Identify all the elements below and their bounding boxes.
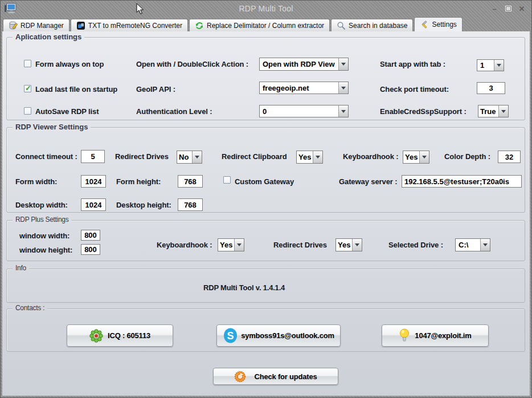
start-tab-label: Start app with tab : [380, 60, 445, 68]
plus-keyboardhook-select[interactable]: Yes [218, 238, 244, 251]
credssp-label: EnableCredSspSupport : [380, 107, 466, 116]
auth-level-label: Authentication Level : [136, 107, 212, 116]
autosave-label: AutoSave RDP list [35, 107, 99, 116]
group-title: Aplication settings [13, 33, 84, 41]
check-updates-label: Check for updates [254, 372, 317, 381]
lightbulb-icon [399, 328, 410, 343]
open-with-select[interactable]: Open with RDP View [259, 58, 349, 71]
settings-panel: Aplication settings Form always on top O… [2, 31, 530, 396]
info-group: Info RDP Multi Tool v. 1.4.1.4 [6, 269, 525, 303]
form-width-input[interactable]: 1024 [81, 175, 106, 188]
redirect-drives-label: Redirect Drives [115, 152, 169, 161]
tab-label: Replace Delimitator / Column extractor [207, 22, 324, 30]
tab-label: Settings [432, 21, 456, 29]
keyboardhook-select[interactable]: Yes [403, 151, 429, 164]
redirect-drives-select[interactable]: No [177, 151, 202, 164]
tab-label: TXT to mRemoteNG Converter [88, 22, 182, 30]
chevron-down-icon[interactable] [192, 151, 202, 163]
application-settings-group: Aplication settings Form always on top O… [6, 37, 525, 120]
icq-contact-button[interactable]: ICQ : 605113 [67, 324, 173, 347]
minimize-button[interactable]: – [489, 4, 500, 13]
credssp-select[interactable]: True [478, 105, 509, 117]
load-last-file-checkbox[interactable] [24, 85, 31, 92]
chevron-down-icon[interactable] [313, 151, 322, 163]
form-height-label: Form height: [116, 177, 161, 186]
form-width-label: Form width: [15, 177, 57, 186]
selected-drive-label: Selected Drive : [388, 241, 443, 249]
refresh-green-icon [195, 21, 204, 30]
plus-redirect-drives-select[interactable]: Yes [335, 238, 362, 251]
form-always-on-top-checkbox[interactable] [24, 60, 31, 67]
geoip-select[interactable]: freegeoip.net [259, 82, 349, 94]
desktop-width-input[interactable]: 1024 [81, 198, 106, 211]
desktop-height-input[interactable]: 768 [178, 198, 203, 211]
connect-timeout-label: Connect timeout : [15, 152, 77, 161]
chevron-down-icon[interactable] [338, 105, 348, 117]
skype-label: symboss91s@outlook.com [241, 331, 334, 340]
load-last-file-label: Load last file on startup [35, 85, 117, 94]
tab-strip: RDP Manager TXT to mRemoteNG Converter R… [3, 17, 529, 31]
gateway-server-label: Gateway server : [339, 177, 397, 186]
chevron-down-icon[interactable] [419, 151, 429, 163]
tab-label: Search in database [349, 22, 407, 30]
geoip-label: GeoIP API : [136, 85, 175, 94]
skype-contact-button[interactable]: S symboss91s@outlook.com [216, 324, 341, 347]
title-bar[interactable]: RDP Multi Tool – ✕ [1, 1, 531, 17]
version-text: RDP Multi Tool v. 1.4.1.4 [203, 283, 285, 292]
desktop-width-label: Desktop width: [15, 201, 68, 209]
database-edit-icon [9, 21, 18, 30]
tab-search-database[interactable]: Search in database [331, 19, 413, 31]
gateway-server-input[interactable]: 192.168.5.5@testuser;T20a0is [402, 175, 522, 188]
group-title: Info [13, 264, 29, 272]
connect-timeout-input[interactable]: 5 [81, 150, 105, 163]
app-window: RDP Multi Tool – ✕ RDP Manager TXT to mR… [0, 0, 532, 398]
rdp-plus-settings-group: RDP Plus Settings window width: 800 wind… [6, 220, 525, 261]
window-width-label: window width: [19, 232, 69, 240]
tools-icon [420, 20, 429, 29]
window-height-input[interactable]: 800 [81, 244, 100, 255]
mouse-cursor [136, 3, 144, 15]
chevron-down-icon[interactable] [480, 239, 490, 251]
form-always-on-top-label: Form always on top [35, 60, 104, 68]
close-icon: ✕ [519, 5, 525, 13]
color-depth-input[interactable]: 32 [498, 151, 521, 163]
autosave-checkbox[interactable] [24, 107, 31, 115]
start-tab-select[interactable]: 1 [477, 59, 504, 71]
keyboardhook-label: Keyboardhook : [343, 152, 399, 161]
plus-keyboardhook-label: Keyboardhook : [157, 241, 212, 249]
jabber-label: 1047@exploit.im [415, 331, 471, 340]
auth-level-select[interactable]: 0 [259, 105, 349, 117]
chevron-down-icon[interactable] [352, 239, 362, 251]
minimize-icon: – [492, 5, 496, 13]
chevron-down-icon[interactable] [338, 82, 348, 94]
maximize-button[interactable] [503, 4, 513, 13]
port-timeout-input[interactable]: 3 [477, 82, 505, 94]
check-updates-button[interactable]: Check for updates [213, 368, 338, 385]
chevron-down-icon[interactable] [498, 105, 508, 117]
redirect-clipboard-label: Redirect Clipboard [222, 152, 287, 161]
selected-drive-select[interactable]: C:\ [455, 238, 490, 251]
tab-settings[interactable]: Settings [414, 17, 462, 31]
search-icon [337, 21, 346, 30]
icq-label: ICQ : 605113 [108, 331, 150, 340]
plus-redirect-drives-label: Redirect Drives [273, 241, 327, 249]
chevron-down-icon[interactable] [338, 58, 348, 70]
window-width-input[interactable]: 800 [81, 230, 100, 241]
port-timeout-label: Check port timeout: [380, 85, 449, 94]
group-title: RDP Viewer Settings [13, 123, 91, 131]
jabber-contact-button[interactable]: 1047@exploit.im [382, 324, 489, 347]
tab-replace-delimitator[interactable]: Replace Delimitator / Column extractor [189, 19, 330, 31]
tab-rdp-manager[interactable]: RDP Manager [3, 19, 69, 31]
chevron-down-icon[interactable] [234, 239, 244, 251]
chevron-down-icon[interactable] [494, 60, 504, 71]
tab-label: RDP Manager [21, 22, 64, 30]
tab-txt-converter[interactable]: TXT to mRemoteNG Converter [71, 19, 188, 31]
redirect-clipboard-select[interactable]: Yes [296, 151, 323, 164]
skype-icon: S [223, 327, 238, 344]
group-title: RDP Plus Settings [13, 216, 71, 224]
open-with-label: Open with / DoubleClick Action : [136, 60, 248, 68]
contacts-group: Contacts : ICQ : 605113 S [6, 308, 525, 352]
form-height-input[interactable]: 768 [178, 175, 203, 188]
custom-gateway-checkbox[interactable] [223, 176, 231, 184]
close-button[interactable]: ✕ [517, 4, 527, 13]
